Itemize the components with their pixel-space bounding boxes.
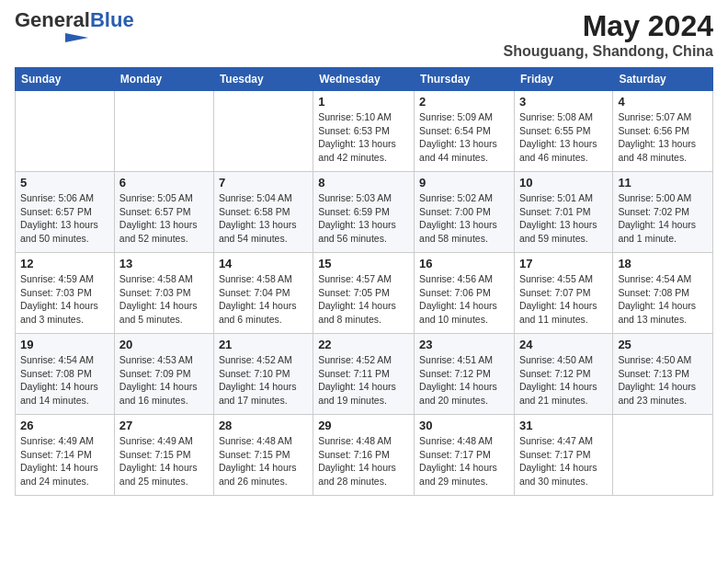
cell-info: Sunrise: 4:53 AM Sunset: 7:09 PM Dayligh… — [119, 353, 209, 408]
cell-info: Sunrise: 4:48 AM Sunset: 7:17 PM Dayligh… — [419, 434, 509, 488]
calendar-cell: 28Sunrise: 4:48 AM Sunset: 7:15 PM Dayli… — [213, 415, 313, 496]
cell-info: Sunrise: 4:49 AM Sunset: 7:15 PM Dayligh… — [119, 434, 209, 488]
calendar-week-row: 19Sunrise: 4:54 AM Sunset: 7:08 PM Dayli… — [16, 334, 713, 415]
day-number: 5 — [20, 176, 109, 190]
cell-info: Sunrise: 4:58 AM Sunset: 7:04 PM Dayligh… — [219, 272, 308, 327]
calendar-cell: 23Sunrise: 4:51 AM Sunset: 7:12 PM Dayli… — [415, 334, 515, 415]
day-number: 25 — [618, 338, 708, 351]
cell-info: Sunrise: 4:50 AM Sunset: 7:13 PM Dayligh… — [618, 353, 708, 408]
calendar-table: Sunday Monday Tuesday Wednesday Thursday… — [15, 67, 713, 496]
calendar-cell: 25Sunrise: 4:50 AM Sunset: 7:13 PM Dayli… — [613, 334, 713, 415]
cell-info: Sunrise: 4:54 AM Sunset: 7:08 PM Dayligh… — [20, 353, 109, 408]
day-number: 17 — [519, 257, 608, 270]
cell-info: Sunrise: 4:48 AM Sunset: 7:15 PM Dayligh… — [219, 434, 308, 488]
calendar-cell: 3Sunrise: 5:08 AM Sunset: 6:55 PM Daylig… — [514, 91, 612, 172]
calendar-cell: 11Sunrise: 5:00 AM Sunset: 7:02 PM Dayli… — [613, 172, 713, 253]
calendar-cell: 15Sunrise: 4:57 AM Sunset: 7:05 PM Dayli… — [313, 253, 415, 334]
cell-info: Sunrise: 4:50 AM Sunset: 7:12 PM Dayligh… — [519, 353, 608, 408]
cell-info: Sunrise: 5:03 AM Sunset: 6:59 PM Dayligh… — [318, 191, 409, 246]
header-monday: Monday — [114, 68, 213, 91]
day-number: 21 — [219, 338, 308, 351]
svg-marker-0 — [65, 33, 88, 42]
day-number: 9 — [419, 176, 509, 190]
cell-info: Sunrise: 4:49 AM Sunset: 7:14 PM Dayligh… — [20, 434, 109, 488]
calendar-cell — [213, 91, 313, 172]
calendar-cell: 13Sunrise: 4:58 AM Sunset: 7:03 PM Dayli… — [114, 253, 213, 334]
day-number: 10 — [519, 176, 608, 190]
logo-icon — [15, 31, 88, 44]
cell-info: Sunrise: 5:01 AM Sunset: 7:01 PM Dayligh… — [519, 191, 608, 246]
title-area: May 2024 Shouguang, Shandong, China — [504, 9, 713, 60]
calendar-cell: 17Sunrise: 4:55 AM Sunset: 7:07 PM Dayli… — [514, 253, 612, 334]
cell-info: Sunrise: 5:04 AM Sunset: 6:58 PM Dayligh… — [219, 191, 308, 246]
header-friday: Friday — [514, 68, 612, 91]
day-number: 27 — [119, 419, 209, 432]
cell-info: Sunrise: 5:10 AM Sunset: 6:53 PM Dayligh… — [318, 110, 409, 165]
day-number: 15 — [318, 257, 409, 270]
header-saturday: Saturday — [613, 68, 713, 91]
cell-info: Sunrise: 5:07 AM Sunset: 6:56 PM Dayligh… — [618, 110, 708, 165]
day-number: 14 — [219, 257, 308, 270]
day-number: 29 — [318, 419, 409, 432]
calendar-cell: 16Sunrise: 4:56 AM Sunset: 7:06 PM Dayli… — [415, 253, 515, 334]
month-title: May 2024 — [504, 9, 713, 43]
calendar-cell: 30Sunrise: 4:48 AM Sunset: 7:17 PM Dayli… — [415, 415, 515, 496]
day-number: 1 — [318, 95, 409, 109]
cell-info: Sunrise: 5:09 AM Sunset: 6:54 PM Dayligh… — [419, 110, 509, 165]
calendar-cell: 7Sunrise: 5:04 AM Sunset: 6:58 PM Daylig… — [213, 172, 313, 253]
day-number: 4 — [618, 95, 708, 109]
day-number: 23 — [419, 338, 509, 351]
calendar-cell: 8Sunrise: 5:03 AM Sunset: 6:59 PM Daylig… — [313, 172, 415, 253]
header-tuesday: Tuesday — [213, 68, 313, 91]
cell-info: Sunrise: 5:00 AM Sunset: 7:02 PM Dayligh… — [618, 191, 708, 246]
calendar-cell: 1Sunrise: 5:10 AM Sunset: 6:53 PM Daylig… — [313, 91, 415, 172]
cell-info: Sunrise: 5:06 AM Sunset: 6:57 PM Dayligh… — [20, 191, 109, 246]
calendar-cell: 27Sunrise: 4:49 AM Sunset: 7:15 PM Dayli… — [114, 415, 213, 496]
cell-info: Sunrise: 4:52 AM Sunset: 7:10 PM Dayligh… — [219, 353, 308, 408]
page-header: GeneralBlue May 2024 Shouguang, Shandong… — [15, 9, 713, 60]
day-number: 12 — [20, 257, 109, 270]
calendar-cell: 29Sunrise: 4:48 AM Sunset: 7:16 PM Dayli… — [313, 415, 415, 496]
day-number: 6 — [119, 176, 209, 190]
calendar-cell: 18Sunrise: 4:54 AM Sunset: 7:08 PM Dayli… — [613, 253, 713, 334]
calendar-cell: 2Sunrise: 5:09 AM Sunset: 6:54 PM Daylig… — [415, 91, 515, 172]
day-number: 28 — [219, 419, 308, 432]
day-number: 2 — [419, 95, 509, 109]
calendar-cell: 9Sunrise: 5:02 AM Sunset: 7:00 PM Daylig… — [415, 172, 515, 253]
calendar-cell: 6Sunrise: 5:05 AM Sunset: 6:57 PM Daylig… — [114, 172, 213, 253]
cell-info: Sunrise: 4:55 AM Sunset: 7:07 PM Dayligh… — [519, 272, 608, 327]
day-number: 30 — [419, 419, 509, 432]
cell-info: Sunrise: 5:08 AM Sunset: 6:55 PM Dayligh… — [519, 110, 608, 165]
weekday-header-row: Sunday Monday Tuesday Wednesday Thursday… — [16, 68, 713, 91]
logo-blue: Blue — [90, 8, 134, 31]
day-number: 18 — [618, 257, 708, 270]
calendar-cell: 31Sunrise: 4:47 AM Sunset: 7:17 PM Dayli… — [514, 415, 612, 496]
cell-info: Sunrise: 4:47 AM Sunset: 7:17 PM Dayligh… — [519, 434, 608, 488]
day-number: 22 — [318, 338, 409, 351]
calendar-cell: 4Sunrise: 5:07 AM Sunset: 6:56 PM Daylig… — [613, 91, 713, 172]
cell-info: Sunrise: 5:02 AM Sunset: 7:00 PM Dayligh… — [419, 191, 509, 246]
calendar-cell: 5Sunrise: 5:06 AM Sunset: 6:57 PM Daylig… — [16, 172, 115, 253]
calendar-cell: 21Sunrise: 4:52 AM Sunset: 7:10 PM Dayli… — [213, 334, 313, 415]
header-thursday: Thursday — [415, 68, 515, 91]
cell-info: Sunrise: 4:52 AM Sunset: 7:11 PM Dayligh… — [318, 353, 409, 408]
calendar-week-row: 1Sunrise: 5:10 AM Sunset: 6:53 PM Daylig… — [16, 91, 713, 172]
day-number: 31 — [519, 419, 608, 432]
day-number: 7 — [219, 176, 308, 190]
day-number: 20 — [119, 338, 209, 351]
day-number: 24 — [519, 338, 608, 351]
cell-info: Sunrise: 4:59 AM Sunset: 7:03 PM Dayligh… — [20, 272, 109, 327]
logo: GeneralBlue — [15, 9, 134, 48]
calendar-cell: 26Sunrise: 4:49 AM Sunset: 7:14 PM Dayli… — [16, 415, 115, 496]
day-number: 3 — [519, 95, 608, 109]
calendar-cell: 20Sunrise: 4:53 AM Sunset: 7:09 PM Dayli… — [114, 334, 213, 415]
calendar-week-row: 26Sunrise: 4:49 AM Sunset: 7:14 PM Dayli… — [16, 415, 713, 496]
calendar-cell — [114, 91, 213, 172]
day-number: 13 — [119, 257, 209, 270]
header-sunday: Sunday — [16, 68, 115, 91]
calendar-cell — [16, 91, 115, 172]
day-number: 16 — [419, 257, 509, 270]
calendar-cell: 19Sunrise: 4:54 AM Sunset: 7:08 PM Dayli… — [16, 334, 115, 415]
calendar-cell: 22Sunrise: 4:52 AM Sunset: 7:11 PM Dayli… — [313, 334, 415, 415]
cell-info: Sunrise: 5:05 AM Sunset: 6:57 PM Dayligh… — [119, 191, 209, 246]
